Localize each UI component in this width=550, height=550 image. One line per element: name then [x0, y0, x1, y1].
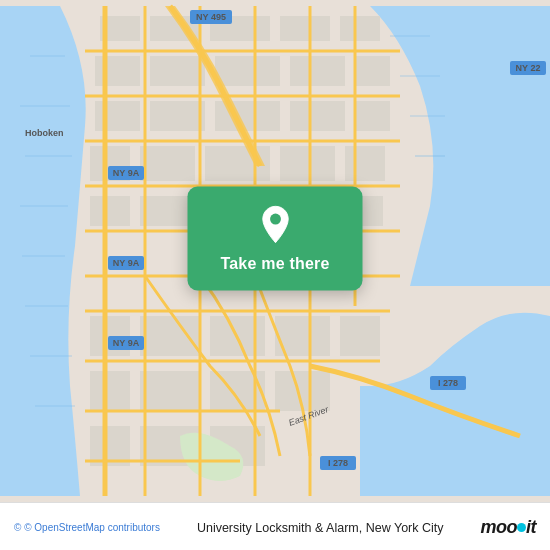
- svg-text:NY 9A: NY 9A: [113, 168, 140, 178]
- svg-rect-45: [140, 371, 200, 411]
- bottom-bar: © © OpenStreetMap contributors Universit…: [0, 502, 550, 550]
- location-info: University Locksmith & Alarm, New York C…: [168, 521, 473, 535]
- location-name: University Locksmith & Alarm, New York C…: [197, 521, 444, 535]
- svg-rect-18: [340, 16, 380, 41]
- svg-rect-17: [280, 16, 330, 41]
- location-pin-icon: [255, 205, 295, 245]
- map-container: NY 495 NY 9A NY 9A NY 9A I 278 I 278 NY …: [0, 0, 550, 502]
- svg-text:NY 9A: NY 9A: [113, 338, 140, 348]
- svg-text:NY 9A: NY 9A: [113, 258, 140, 268]
- svg-rect-34: [90, 196, 130, 226]
- svg-rect-27: [290, 101, 345, 131]
- svg-text:I 278: I 278: [438, 378, 458, 388]
- svg-rect-24: [95, 101, 140, 131]
- svg-rect-44: [90, 371, 130, 411]
- svg-text:Hoboken: Hoboken: [25, 128, 64, 138]
- svg-text:NY 22: NY 22: [516, 63, 541, 73]
- popup-card: Take me there: [188, 187, 363, 291]
- svg-rect-21: [215, 56, 280, 86]
- copyright-symbol: ©: [14, 522, 21, 533]
- attribution: © © OpenStreetMap contributors: [14, 522, 160, 533]
- moovit-brand-text: mooit: [481, 517, 537, 538]
- app: NY 495 NY 9A NY 9A NY 9A I 278 I 278 NY …: [0, 0, 550, 550]
- svg-rect-23: [355, 56, 390, 86]
- svg-rect-22: [290, 56, 345, 86]
- take-me-there-button[interactable]: Take me there: [220, 255, 329, 273]
- svg-rect-40: [140, 316, 200, 356]
- svg-rect-30: [140, 146, 195, 181]
- svg-point-84: [270, 214, 281, 225]
- svg-rect-32: [280, 146, 335, 181]
- moovit-logo: mooit: [481, 517, 537, 538]
- svg-rect-25: [150, 101, 205, 131]
- attribution-text: © OpenStreetMap contributors: [24, 522, 160, 533]
- svg-rect-28: [355, 101, 390, 131]
- svg-rect-19: [95, 56, 140, 86]
- svg-rect-20: [150, 56, 205, 86]
- svg-text:NY 495: NY 495: [196, 12, 226, 22]
- svg-rect-33: [345, 146, 385, 181]
- svg-text:I 278: I 278: [328, 458, 348, 468]
- svg-rect-43: [340, 316, 380, 356]
